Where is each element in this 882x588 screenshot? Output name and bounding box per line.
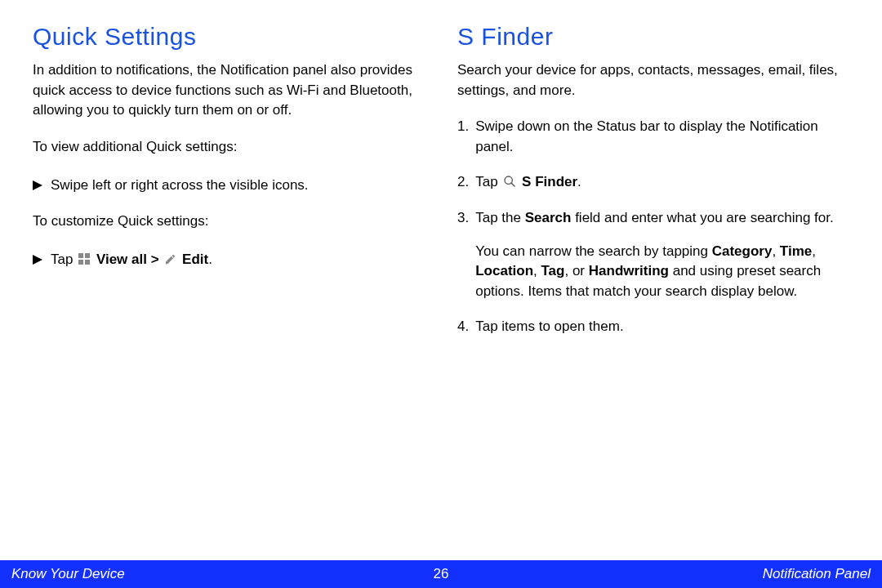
step2-post: . xyxy=(577,174,581,189)
comma3: , xyxy=(533,263,541,278)
customize-text: Tap View all > Edit. xyxy=(51,250,212,272)
svg-rect-1 xyxy=(85,253,90,258)
step-3-text-1: Tap the Search field and enter what you … xyxy=(475,208,849,229)
svg-rect-0 xyxy=(78,253,83,258)
pencil-icon xyxy=(164,252,176,272)
customize-lead: To customize Quick settings: xyxy=(33,212,425,232)
svg-rect-3 xyxy=(85,260,90,265)
view-all-label: View all xyxy=(96,252,147,267)
time-label: Time xyxy=(780,243,812,259)
category-label: Category xyxy=(712,243,773,259)
quick-settings-heading: Quick Settings xyxy=(33,23,425,51)
triangle-bullet-icon xyxy=(33,255,42,265)
customize-bullet: Tap View all > Edit. xyxy=(33,250,425,272)
customize-pre: Tap xyxy=(51,252,77,267)
magnifier-icon xyxy=(503,174,516,194)
step-1: Swipe down on the Status bar to display … xyxy=(457,117,849,157)
s-finder-label: S Finder xyxy=(522,174,577,189)
s-finder-heading: S Finder xyxy=(457,23,849,51)
location-label: Location xyxy=(475,263,533,278)
comma4: , or xyxy=(564,263,588,278)
step3-post1: field and enter what you are searching f… xyxy=(571,210,833,225)
step-2-text: Tap S Finder. xyxy=(475,172,849,194)
search-field-label: Search xyxy=(525,210,572,225)
two-column-layout: Quick Settings In addition to notificati… xyxy=(33,23,849,351)
comma2: , xyxy=(812,243,816,259)
footer-left: Know Your Device xyxy=(11,566,125,582)
step-3: Tap the Search field and enter what you … xyxy=(457,208,849,302)
grid-icon xyxy=(78,252,91,272)
svg-line-5 xyxy=(511,183,514,186)
s-finder-steps: Swipe down on the Status bar to display … xyxy=(457,117,849,336)
period: . xyxy=(208,252,212,267)
tag-label: Tag xyxy=(541,263,565,278)
view-additional-text: Swipe left or right across the visible i… xyxy=(51,176,309,196)
handwriting-label: Handwriting xyxy=(589,263,669,278)
view-additional-lead: To view additional Quick settings: xyxy=(33,137,425,158)
view-additional-bullet: Swipe left or right across the visible i… xyxy=(33,176,425,196)
svg-rect-2 xyxy=(78,260,83,265)
s-finder-intro: Search your device for apps, contacts, m… xyxy=(457,60,849,100)
page-number: 26 xyxy=(434,566,449,582)
step3-p2-pre: You can narrow the search by tapping xyxy=(475,243,712,259)
footer-right: Notification Panel xyxy=(763,566,871,582)
step-3-text-2: You can narrow the search by tapping Cat… xyxy=(475,242,849,302)
step-2: Tap S Finder. xyxy=(457,172,849,194)
right-column: S Finder Search your device for apps, co… xyxy=(457,23,849,351)
step3-pre: Tap the xyxy=(475,210,525,225)
page-footer: Know Your Device 26 Notification Panel xyxy=(0,560,882,588)
quick-settings-intro: In addition to notifications, the Notifi… xyxy=(33,60,425,121)
comma1: , xyxy=(772,243,779,259)
greater-than: > xyxy=(147,252,163,267)
triangle-bullet-icon xyxy=(33,180,42,190)
step-4: Tap items to open them. xyxy=(457,317,849,337)
step2-pre: Tap xyxy=(475,174,501,189)
step-4-text: Tap items to open them. xyxy=(475,317,849,337)
manual-page: Quick Settings In addition to notificati… xyxy=(0,0,882,588)
step-1-text: Swipe down on the Status bar to display … xyxy=(475,117,849,157)
edit-label: Edit xyxy=(182,252,208,267)
left-column: Quick Settings In addition to notificati… xyxy=(33,23,425,351)
